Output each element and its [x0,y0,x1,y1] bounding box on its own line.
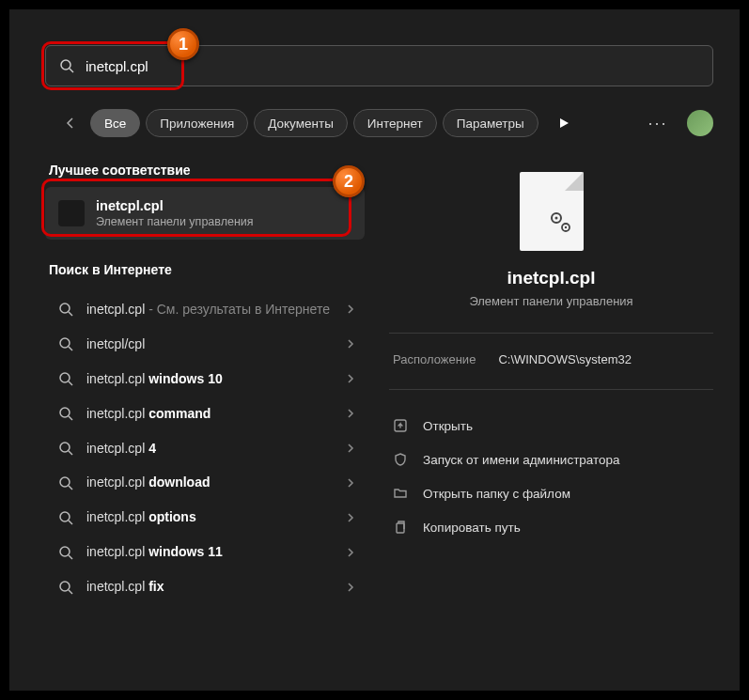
svg-point-4 [60,338,70,348]
search-bar[interactable] [45,45,713,86]
svg-point-21 [554,217,557,220]
svg-point-14 [60,512,70,521]
search-input[interactable] [86,58,699,74]
chevron-right-icon [344,407,357,420]
svg-line-17 [69,555,72,559]
search-icon [58,580,73,595]
svg-line-9 [69,416,72,420]
web-result-item[interactable]: inetcpl.cpl options [45,500,365,535]
web-result-item[interactable]: inetcpl.cpl - См. результаты в Интернете [45,292,365,327]
window-frame: 1 2 Все Приложения Документы Интернет Па… [8,8,741,692]
action-copy-label: Копировать путь [423,521,521,535]
web-result-item[interactable]: inetcpl.cpl fix [45,569,365,604]
svg-line-15 [69,521,72,524]
cpl-file-icon [58,200,85,226]
web-result-item[interactable]: inetcpl.cpl windows 10 [45,362,365,397]
chevron-right-icon [344,476,357,490]
action-open[interactable]: Открыть [389,411,713,441]
svg-point-8 [60,408,70,417]
tab-internet[interactable]: Интернет [353,109,437,137]
folder-icon [393,486,408,501]
web-result-item[interactable]: inetcpl.cpl download [45,465,365,500]
svg-point-16 [60,547,70,556]
best-match-item[interactable]: inetcpl.cpl Элемент панели управления [45,187,365,240]
results-panel: Лучшее соответствие inetcpl.cpl Элемент … [45,155,365,672]
svg-line-3 [69,312,72,316]
search-icon [58,545,73,560]
web-result-text: inetcpl/cpl [86,335,331,353]
detail-location-row: Расположение C:\WINDOWS\system32 [389,333,713,366]
chevron-right-icon [344,372,357,385]
svg-point-10 [60,443,70,452]
action-open-label: Открыть [423,419,473,433]
detail-title: inetcpl.cpl [507,268,596,288]
callout-badge-1: 1 [167,28,199,60]
location-value: C:\WINDOWS\system32 [498,352,632,366]
detail-subtitle: Элемент панели управления [469,294,632,308]
chevron-right-icon [344,442,357,455]
svg-point-12 [60,477,70,487]
web-result-text: inetcpl.cpl - См. результаты в Интернете [86,301,331,319]
svg-line-1 [70,69,73,72]
web-result-text: inetcpl.cpl command [86,405,331,423]
web-result-item[interactable]: inetcpl.cpl command [45,397,365,431]
web-result-text: inetcpl.cpl 4 [86,440,331,458]
web-result-item[interactable]: inetcpl.cpl 4 [45,431,365,466]
more-tabs-button[interactable] [550,109,578,137]
open-icon [393,418,408,433]
chevron-right-icon [344,337,357,350]
chevron-right-icon [344,511,357,524]
action-folder-label: Открыть папку с файлом [423,487,570,501]
web-search-header: Поиск в Интернете [45,255,365,287]
search-icon [58,475,73,490]
action-open-folder[interactable]: Открыть папку с файлом [389,478,713,508]
svg-line-19 [69,590,72,594]
search-icon [59,58,74,73]
search-icon [58,336,73,351]
filter-tabs: Все Приложения Документы Интернет Параме… [56,107,713,139]
location-label: Расположение [393,352,476,366]
action-run-as-admin[interactable]: Запуск от имени администратора [389,444,713,474]
web-results-list: inetcpl.cpl - См. результаты в Интернете… [45,292,365,604]
svg-point-2 [60,303,70,313]
web-result-text: inetcpl.cpl windows 11 [86,543,331,561]
chevron-right-icon [344,303,357,316]
chevron-right-icon [344,581,357,594]
search-icon [58,302,73,317]
svg-point-23 [564,226,566,228]
overflow-menu[interactable]: ··· [644,109,672,137]
detail-file-icon [520,172,584,251]
action-admin-label: Запуск от имени администратора [423,453,620,467]
back-button[interactable] [56,109,85,137]
web-result-item[interactable]: inetcpl.cpl windows 11 [45,535,365,569]
svg-point-6 [60,373,70,382]
action-copy-path[interactable]: Копировать путь [389,512,713,542]
best-match-title: inetcpl.cpl [96,198,254,213]
chevron-right-icon [344,546,357,559]
callout-badge-2: 2 [333,165,365,197]
svg-line-7 [69,381,72,385]
svg-line-13 [69,486,72,490]
copy-icon [393,520,408,535]
tab-all[interactable]: Все [90,109,140,137]
search-icon [58,371,73,386]
tab-apps[interactable]: Приложения [146,109,248,137]
svg-point-0 [61,60,70,70]
tab-parameters[interactable]: Параметры [443,109,538,137]
detail-panel: inetcpl.cpl Элемент панели управления Ра… [365,155,713,672]
web-result-text: inetcpl.cpl download [86,474,331,491]
web-result-text: inetcpl.cpl windows 10 [86,370,331,388]
web-result-text: inetcpl.cpl fix [86,578,331,596]
best-match-subtitle: Элемент панели управления [96,215,254,228]
web-result-item[interactable]: inetcpl/cpl [45,327,365,362]
svg-rect-25 [397,523,404,533]
best-match-header: Лучшее соответствие [45,155,365,187]
svg-line-5 [69,347,72,350]
user-avatar[interactable] [687,110,713,136]
search-icon [58,441,73,456]
tab-documents[interactable]: Документы [254,109,348,137]
web-result-text: inetcpl.cpl options [86,508,331,526]
search-icon [58,510,73,525]
svg-line-11 [69,451,72,455]
search-icon [58,406,73,421]
